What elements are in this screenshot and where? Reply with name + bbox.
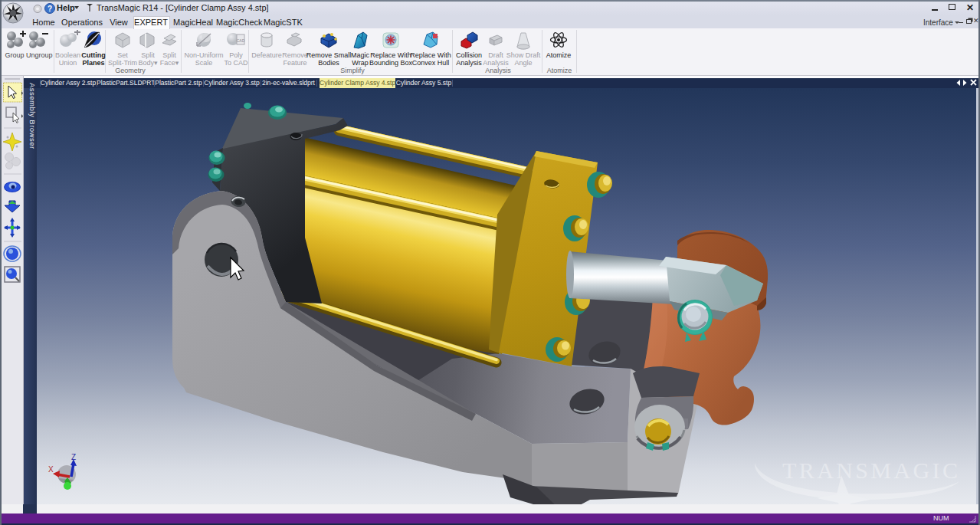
- svg-text:X: X: [48, 465, 54, 474]
- svg-text:Z: Z: [71, 453, 76, 461]
- svg-text:?: ?: [48, 5, 52, 13]
- svg-text:CAD: CAD: [237, 38, 245, 43]
- svg-text:TRANSMAGIC: TRANSMAGIC: [782, 458, 960, 483]
